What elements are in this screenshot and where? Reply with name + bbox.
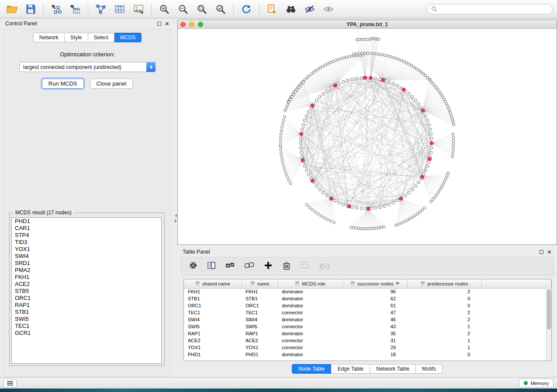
table-cell[interactable] <box>481 323 551 330</box>
table-cell[interactable]: dominator <box>278 288 343 295</box>
delete-table-icon[interactable] <box>300 261 311 272</box>
zoom-selected-icon[interactable] <box>213 2 228 16</box>
table-cell[interactable]: 2 <box>407 330 481 337</box>
open-folder-icon[interactable] <box>4 2 19 16</box>
save-session-icon[interactable] <box>23 2 38 16</box>
unselect-all-icon[interactable] <box>244 261 255 272</box>
table-settings-gear-icon[interactable] <box>188 261 198 272</box>
table-cell[interactable] <box>481 302 551 309</box>
mcds-result-list[interactable]: PHD1CAR1STP4TID3YOX1SWI4SRD1PMA2FKH1ACE2… <box>11 217 162 364</box>
table-cell[interactable]: dominator <box>278 330 343 337</box>
mcds-result-item[interactable]: SWI5 <box>12 316 161 323</box>
table-cell[interactable] <box>481 316 551 323</box>
network-titlebar[interactable]: YPA_prune.txt_1 <box>178 20 557 29</box>
close-panel-icon[interactable]: ✕ <box>165 21 170 27</box>
table-cell[interactable]: connector <box>278 309 343 316</box>
table-cell[interactable]: connector <box>278 337 343 344</box>
delete-column-trash-icon[interactable] <box>282 261 291 272</box>
table-cell[interactable]: 18 <box>343 351 407 358</box>
table-cell[interactable]: 2 <box>407 309 481 316</box>
zoom-in-icon[interactable] <box>157 2 172 16</box>
table-cell[interactable] <box>481 295 551 302</box>
table-cell[interactable]: 0 <box>407 351 481 358</box>
table-cell[interactable]: RAP1 <box>242 330 278 337</box>
table-cell[interactable]: ACE2 <box>242 337 278 344</box>
search-box[interactable] <box>427 4 553 14</box>
tab-style[interactable]: Style <box>65 33 88 42</box>
table-cell[interactable]: 2 <box>407 316 481 323</box>
export-image-icon[interactable] <box>131 2 146 16</box>
table-cell[interactable] <box>481 288 551 295</box>
show-columns-icon[interactable] <box>207 261 216 272</box>
table-cell[interactable]: 31 <box>343 337 407 344</box>
table-cell[interactable]: YOX1 <box>184 344 242 351</box>
mcds-result-item[interactable]: STP4 <box>12 232 161 239</box>
table-cell[interactable]: SWI4 <box>184 316 242 323</box>
close-panel-button[interactable]: Close panel <box>90 79 133 89</box>
table-row[interactable]: YOX1YOX1connector291 <box>184 344 551 351</box>
mcds-result-item[interactable]: PHD1 <box>12 218 161 225</box>
table-cell[interactable]: 96 <box>343 288 407 295</box>
table-cell[interactable]: 47 <box>343 309 407 316</box>
table-cell[interactable]: dominator <box>278 302 343 309</box>
table-cell[interactable]: 1 <box>407 337 481 344</box>
table-cell[interactable] <box>481 344 551 351</box>
optimization-criterion-dropdown[interactable]: largest connected component (undirected) <box>19 62 156 72</box>
table-row[interactable]: ORC1ORC1dominator610 <box>184 302 551 309</box>
close-table-panel-icon[interactable]: ✕ <box>547 249 552 255</box>
table-cell[interactable]: 35 <box>343 330 407 337</box>
run-mcds-button[interactable]: Run MCDS <box>42 79 84 89</box>
table-scrollbar-thumb[interactable] <box>547 289 551 330</box>
table-cell[interactable]: ACE2 <box>184 337 242 344</box>
tab-motifs[interactable]: Motifs <box>416 364 443 374</box>
float-panel-icon[interactable] <box>157 22 161 26</box>
zoom-out-icon[interactable] <box>176 2 190 16</box>
table-cell[interactable]: PHD1 <box>242 351 278 358</box>
table-row[interactable]: TEC1TEC1connector472 <box>184 309 551 316</box>
refresh-view-icon[interactable] <box>239 2 254 16</box>
table-cell[interactable]: FKH1 <box>184 288 242 295</box>
clone-network-icon[interactable] <box>265 2 280 16</box>
mcds-result-item[interactable]: GCR1 <box>12 330 161 337</box>
table-cell[interactable]: 46 <box>343 316 407 323</box>
select-all-icon[interactable] <box>225 261 235 272</box>
table-row[interactable]: RAP1RAP1dominator352 <box>184 330 551 337</box>
collapse-left-icon[interactable] <box>175 214 177 217</box>
mcds-result-item[interactable]: CAR1 <box>12 225 161 232</box>
table-cell[interactable]: 1 <box>407 344 481 351</box>
table-cell[interactable]: SWI5 <box>242 323 278 330</box>
tab-network-table[interactable]: Network Table <box>370 364 416 374</box>
tab-node-table[interactable]: Node Table <box>292 364 332 374</box>
table-cell[interactable] <box>481 351 551 358</box>
mcds-result-item[interactable]: YOX1 <box>12 246 161 253</box>
mcds-result-item[interactable]: TEC1 <box>12 323 161 330</box>
table-cell[interactable] <box>481 337 551 344</box>
table-row[interactable]: STB1STB1dominator620 <box>184 295 551 302</box>
table-cell[interactable]: PHD1 <box>184 351 242 358</box>
import-network-icon[interactable] <box>49 2 64 16</box>
column-header-name[interactable]: name <box>242 279 278 288</box>
table-cell[interactable]: SWI5 <box>184 323 242 330</box>
table-cell[interactable]: RAP1 <box>184 330 242 337</box>
table-row[interactable]: PHD1PHD1dominator180 <box>184 351 551 358</box>
search-binoculars-icon[interactable] <box>284 2 298 16</box>
table-cell[interactable] <box>481 309 551 316</box>
tab-edge-table[interactable]: Edge Table <box>331 364 370 374</box>
table-cell[interactable]: FKH1 <box>242 288 278 295</box>
table-scrollbar[interactable] <box>546 288 551 361</box>
float-table-panel-icon[interactable] <box>540 250 543 254</box>
table-row[interactable]: SWI5SWI5connector431 <box>184 323 551 330</box>
table-cell[interactable]: dominator <box>278 351 343 358</box>
memory-button[interactable]: Memory <box>519 378 554 388</box>
table-cell[interactable]: 29 <box>343 344 407 351</box>
task-history-button[interactable] <box>3 379 17 388</box>
tab-select[interactable]: Select <box>88 33 114 42</box>
table-cell[interactable]: 2 <box>407 288 481 295</box>
mcds-result-item[interactable]: STB1 <box>12 309 161 316</box>
create-column-plus-icon[interactable] <box>263 261 273 272</box>
table-cell[interactable]: STB1 <box>242 295 278 302</box>
zoom-fit-icon[interactable] <box>194 2 209 16</box>
search-input[interactable] <box>440 6 548 12</box>
function-builder-icon[interactable]: f(x) <box>319 262 330 271</box>
column-header-predecessor-nodes[interactable]: predecessor nodes <box>407 279 481 288</box>
